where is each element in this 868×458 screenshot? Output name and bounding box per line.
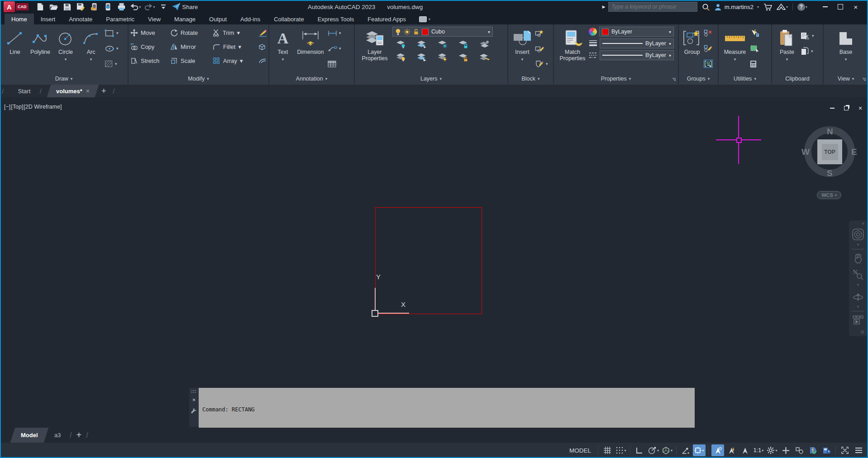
hatch-tool-button[interactable]: ▾ [105, 59, 119, 68]
annotation-scale-button[interactable]: 1:1▾ [752, 444, 765, 456]
customize-quick-access-button[interactable] [157, 1, 170, 13]
snap-dropdown[interactable]: ▾ [624, 448, 626, 453]
block-editor-dropdown[interactable]: ▾ [546, 62, 548, 66]
signed-in-username[interactable]: m.martins2 [725, 4, 754, 10]
groups-panel-label[interactable]: Groups▾ [679, 72, 718, 85]
block-editor-button[interactable]: ▾ [535, 59, 548, 68]
help-search-box[interactable] [608, 2, 697, 12]
hardware-acceleration-button[interactable] [820, 444, 833, 456]
snap-mode-button[interactable]: ▾ [615, 444, 627, 456]
array-button[interactable]: Array▾ [213, 57, 258, 65]
command-window[interactable]: × Command: RECTANG Specify first corner … [189, 388, 695, 427]
zoom-dropdown[interactable]: ▾ [857, 283, 859, 288]
hatch-dropdown[interactable]: ▾ [115, 62, 117, 66]
tab-home[interactable]: Home [5, 14, 34, 24]
autocad-app-logo[interactable]: A [4, 1, 15, 12]
search-input[interactable] [609, 4, 697, 10]
viewcube-west[interactable]: W [801, 147, 810, 157]
layer-unisolate-button[interactable] [415, 51, 428, 63]
viewcube-top-face[interactable]: TOP [817, 139, 842, 164]
ungroup-button[interactable] [704, 29, 713, 38]
insert-block-button[interactable]: Insert ▾ [510, 26, 534, 72]
ortho-mode-button[interactable] [633, 444, 646, 456]
user-avatar-icon[interactable] [714, 3, 722, 11]
text-button[interactable]: A Text ▾ [272, 26, 294, 72]
scale-button[interactable]: Scale [170, 57, 213, 65]
stretch-button[interactable]: Stretch [130, 57, 170, 65]
window-close-button[interactable]: × [850, 2, 862, 12]
layer-on-bulb-icon[interactable] [395, 29, 401, 35]
navigation-wheel-button[interactable] [852, 226, 864, 243]
tab-add-ins[interactable]: Add-ins [234, 14, 267, 24]
circle-dropdown[interactable]: ▾ [65, 56, 67, 62]
modify-panel-label[interactable]: Modify▾ [129, 72, 268, 85]
doc-close-button[interactable]: × [857, 105, 863, 111]
command-close-button[interactable]: × [192, 396, 196, 403]
object-color-combo[interactable]: ByLayer ▾ [599, 27, 674, 37]
window-maximize-button[interactable] [835, 2, 846, 12]
dimension-button[interactable]: Dimension [294, 26, 327, 72]
properties-panel-label[interactable]: Properties▾ [554, 72, 678, 85]
table-button[interactable] [328, 59, 341, 68]
layer-off-button[interactable] [395, 38, 407, 50]
tab-manage[interactable]: Manage [167, 14, 202, 24]
viewport-minimize-control[interactable]: [−] [4, 104, 10, 110]
workspace-switching-button[interactable]: ▾ [766, 444, 778, 456]
wcs-selector[interactable]: WCS▾ [817, 191, 841, 199]
layer-on-all-button[interactable] [395, 51, 407, 63]
orbit-button[interactable] [853, 288, 863, 305]
pan-button[interactable] [853, 250, 863, 267]
annotation-panel-label[interactable]: Annotation▾ [269, 72, 354, 85]
rotate-button[interactable]: Rotate [170, 29, 213, 37]
linetype-icon[interactable] [589, 52, 597, 59]
tab-express-tools[interactable]: Express Tools [311, 14, 361, 24]
tab-output[interactable]: Output [202, 14, 234, 24]
clean-screen-button[interactable] [839, 444, 851, 456]
isodraft-dropdown[interactable]: ▾ [671, 448, 672, 453]
line-button[interactable]: Line [2, 26, 28, 72]
linetype-combo[interactable]: ByLayer ▾ [600, 50, 674, 60]
layout-tab-a3[interactable]: a3 [43, 428, 71, 443]
navigation-bar[interactable]: × ▾ ▾ ▾ ⊖ [849, 220, 867, 336]
navwheel-dropdown[interactable]: ▾ [857, 243, 859, 248]
layer-unlock-icon[interactable] [413, 29, 419, 35]
write-block-button[interactable] [535, 44, 548, 53]
utilities-panel-label[interactable]: Utilities▾ [719, 72, 771, 85]
base-dropdown[interactable]: ▾ [845, 56, 847, 62]
command-history[interactable]: Command: RECTANG Specify first corner po… [199, 388, 695, 428]
viewcube-south[interactable]: S [827, 168, 833, 178]
search-icon[interactable] [702, 3, 710, 11]
help-menu-dropdown[interactable]: ▾ [806, 5, 807, 9]
fillet-dropdown[interactable]: ▾ [238, 43, 241, 50]
insert-dropdown[interactable]: ▾ [521, 56, 524, 62]
layer-thaw-all-button[interactable] [436, 51, 449, 63]
fillet-button[interactable]: Fillet▾ [213, 43, 258, 51]
save-as-button[interactable] [75, 1, 87, 13]
doc-minimize-button[interactable] [829, 105, 835, 111]
ribbon-display-toggle[interactable]: ▾ [419, 14, 430, 24]
app-store-cart-icon[interactable] [763, 3, 772, 11]
tab-annotate[interactable]: Annotate [62, 14, 99, 24]
measure-dropdown[interactable]: ▾ [734, 56, 736, 62]
layer-isolate-button[interactable] [415, 38, 428, 50]
close-file-tab-icon[interactable]: × [86, 87, 90, 95]
isolate-objects-button[interactable] [793, 444, 806, 456]
layer-unlock-all-button[interactable] [457, 51, 470, 63]
new-layout-button[interactable]: + [76, 428, 81, 443]
annotation-monitor-button[interactable] [779, 444, 792, 456]
viewcube-north[interactable]: N [827, 127, 833, 137]
properties-dialog-launcher-icon[interactable] [672, 78, 676, 81]
view-dialog-launcher-icon[interactable] [862, 78, 866, 81]
command-customize-wrench-icon[interactable] [191, 408, 197, 414]
autoscale-annotations-button[interactable] [725, 444, 738, 456]
lineweight-dropdown[interactable]: ▾ [669, 41, 671, 46]
copy-clip-dropdown[interactable]: ▾ [811, 49, 813, 53]
file-tab-start[interactable]: Start [9, 85, 40, 97]
open-drawing-button[interactable] [48, 1, 60, 13]
annotation-visibility-button[interactable] [711, 444, 724, 456]
layer-properties-button[interactable]: Layer Properties [357, 26, 392, 72]
quick-select-button[interactable] [750, 29, 759, 38]
polar-dropdown[interactable]: ▾ [657, 448, 659, 453]
tab-featured-apps[interactable]: Featured Apps [361, 14, 413, 24]
trim-button[interactable]: Trim▾ [213, 29, 258, 37]
